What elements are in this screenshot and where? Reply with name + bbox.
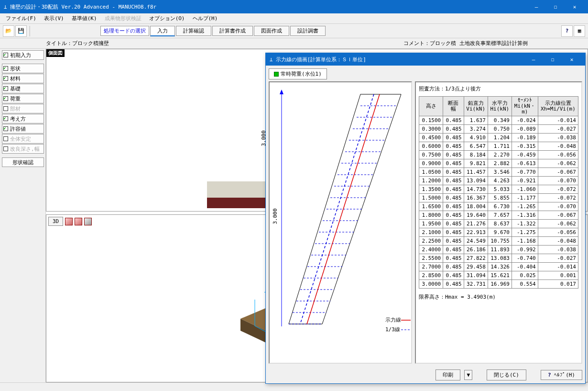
save-button[interactable]: 💾 [15, 25, 27, 37]
app-icon: ⊥ [4, 4, 7, 10]
cube-icon-2[interactable] [75, 218, 82, 225]
close-button[interactable]: ✕ [565, 0, 584, 13]
svg-line-63 [307, 94, 380, 324]
table-row: 1.80000.48519.6407.657-1.316-0.067 [419, 211, 578, 220]
menubar: ファイル(F) 表示(V) 基準値(K) 成果物形状検証 オプション(O) ヘル… [0, 13, 588, 24]
close-dialog-button[interactable]: 閉じる(C) [487, 369, 526, 380]
sidebar-confirm-shape[interactable]: 形状確認 [2, 157, 44, 167]
sidebar-overall: 全体安定 [2, 134, 44, 144]
menu-standard[interactable]: 基準値(K) [68, 14, 101, 23]
table-row: 0.15000.4851.6370.349-0.024-0.014 [419, 116, 578, 125]
mode-design-book[interactable]: 設計調書 [290, 26, 326, 36]
table-row: 2.10000.48522.9139.670-1.275-0.056 [419, 228, 578, 237]
th-height: 高さ [419, 97, 443, 116]
table-row: 1.35000.48514.7305.033-1.060-0.072 [419, 185, 578, 194]
menu-verify: 成果物形状検証 [101, 14, 145, 23]
sidebar-material[interactable]: 材料 [2, 74, 44, 83]
cube-icon-1[interactable] [65, 218, 73, 225]
table-row: 0.75000.4858.1842.270-0.459-0.056 [419, 151, 578, 159]
sidebar-concept[interactable]: 考え方 [2, 114, 44, 123]
force-line-chart: 3.000 [269, 81, 412, 364]
sidebar-shape[interactable]: 形状 [2, 64, 44, 73]
table-row: 0.45000.4854.9101.204-0.189-0.038 [419, 134, 578, 142]
check-method-label: 照査方法：1/3点より後方 [419, 85, 578, 92]
table-row: 0.90000.4859.8212.882-0.613-0.062 [419, 159, 578, 168]
help-icon [566, 28, 569, 34]
table-row: 1.50000.48516.3675.855-1.177-0.072 [419, 194, 578, 202]
th-horizontal: 水平力 Hi(kN) [488, 97, 512, 116]
table-row: 0.30000.4853.2740.750-0.089-0.027 [419, 125, 578, 134]
menu-file[interactable]: ファイル(F) [2, 14, 40, 23]
dialog-maximize-button[interactable]: ☐ [543, 53, 562, 66]
table-row: 1.95000.48521.2768.637-1.322-0.062 [419, 220, 578, 228]
sidebar-initial[interactable]: 初期入力 [2, 50, 44, 60]
mode-calc-check[interactable]: 計算確認 [176, 26, 211, 36]
help-dialog-button[interactable]: ﾍﾙﾌﾟ(H) [541, 370, 582, 380]
maximize-button[interactable]: ☐ [546, 0, 565, 13]
open-button[interactable]: 📂 [3, 25, 14, 37]
info-row: タイトル：ブロック積擁壁 コメント：ブロック積 土地改良事業標準設計計算例 [0, 38, 588, 49]
svg-text:示力線: 示力線 [385, 317, 401, 323]
results-table: 高さ 断面 幅 鉛直力 Vi(kN) 水平力 Hi(kN) ﾓｰﾒﾝﾄ Mi(k… [419, 96, 578, 289]
th-moment: ﾓｰﾒﾝﾄ Mi(kN・ m) [512, 97, 538, 116]
save-icon: 💾 [18, 28, 24, 34]
th-xh: 示力線位置 Xh=Mi/Vi(m) [538, 97, 578, 116]
mode-input[interactable]: 入力 [150, 26, 175, 36]
section-view-title: 側面図 [46, 49, 65, 57]
svg-text:3.000: 3.000 [272, 208, 278, 224]
sidebar-improve: 改良深さ,幅 [2, 144, 44, 154]
svg-marker-39 [280, 89, 283, 94]
dialog-minimize-button[interactable]: ― [524, 53, 543, 66]
help-button[interactable] [561, 25, 573, 37]
green-square-icon [274, 72, 279, 77]
table-row: 2.25000.48524.54910.755-1.168-0.048 [419, 237, 578, 246]
results-panel: 照査方法：1/3点より後方 高さ 断面 幅 鉛直力 Vi(kN) 水平力 Hi(… [415, 81, 582, 364]
sidebar-foundation[interactable]: 基礎 [2, 84, 44, 93]
dialog-icon: ⊥ [270, 56, 273, 63]
main-titlebar: ⊥ 擁壁の設計・3D配筋 Ver.20 Advanced - MANUCHO8.… [0, 0, 588, 13]
print-dropdown[interactable]: ▼ [464, 370, 472, 380]
minimize-button[interactable]: ― [527, 0, 546, 13]
table-row: 2.85000.48531.09415.6210.0250.001 [419, 271, 578, 280]
sidebar: 初期入力 形状 材料 基礎 荷重 部材 考え方 許容値 全体安定 改良深さ,幅 … [0, 49, 46, 382]
table-row: 2.40000.48526.18611.893-0.992-0.038 [419, 246, 578, 254]
table-row: 0.60000.4856.5471.711-0.315-0.048 [419, 142, 578, 151]
window-icon: ▦ [578, 28, 581, 34]
dialog-close-button[interactable]: ✕ [562, 53, 581, 66]
load-case-tab[interactable]: 常時荷重(水位1) [269, 68, 327, 79]
sidebar-load[interactable]: 荷重 [2, 94, 44, 103]
table-row: 1.20000.48513.0944.263-0.921-0.070 [419, 177, 578, 185]
cube-icon-3[interactable] [84, 218, 92, 225]
dialog-title: 示力線の描画[計算単位系：ＳＩ単位] [276, 56, 524, 63]
table-row: 2.55000.48527.82213.083-0.740-0.027 [419, 254, 578, 263]
print-button[interactable]: 印刷 [436, 369, 460, 380]
table-row: 1.05000.48511.4573.546-0.770-0.067 [419, 168, 578, 177]
sidebar-member: 部材 [2, 104, 44, 113]
window-button[interactable]: ▦ [574, 25, 585, 37]
menu-help[interactable]: ヘルプ(H) [189, 14, 222, 23]
help-icon [548, 372, 551, 378]
app-title: 擁壁の設計・3D配筋 Ver.20 Advanced - MANUCHO8.f8… [10, 3, 527, 11]
table-row: 3.00000.48532.73116.9690.5540.017 [419, 280, 578, 289]
hmax-label: 限界高さ：Hmax = 3.4903(m) [419, 293, 578, 301]
mode-report[interactable]: 計算書作成 [212, 26, 253, 36]
folder-open-icon: 📂 [5, 28, 12, 34]
mode-drawing[interactable]: 図面作成 [254, 26, 289, 36]
menu-option[interactable]: オプション(O) [145, 14, 189, 23]
svg-text:1/3線: 1/3線 [385, 326, 400, 333]
menu-view[interactable]: 表示(V) [40, 14, 68, 23]
mode-label: 処理モードの選択 [100, 26, 149, 36]
toolbar: 📂 💾 処理モードの選択 入力 計算確認 計算書作成 図面作成 設計調書 ▦ [0, 24, 588, 38]
th-vertical: 鉛直力 Vi(kN) [464, 97, 488, 116]
force-line-dialog: ⊥ 示力線の描画[計算単位系：ＳＩ単位] ― ☐ ✕ 常時荷重(水位1) 3.0… [265, 53, 586, 384]
table-row: 1.65000.48518.0046.730-1.265-0.070 [419, 202, 578, 211]
th-width: 断面 幅 [443, 97, 464, 116]
comment-field: コメント：ブロック積 土地改良事業標準設計計算例 [403, 40, 528, 47]
table-row: 2.70000.48529.45814.326-0.404-0.014 [419, 263, 578, 271]
sidebar-allow[interactable]: 許容値 [2, 124, 44, 134]
3d-button[interactable]: 3D [48, 217, 63, 226]
title-field: タイトル：ブロック積擁壁 [46, 40, 109, 47]
